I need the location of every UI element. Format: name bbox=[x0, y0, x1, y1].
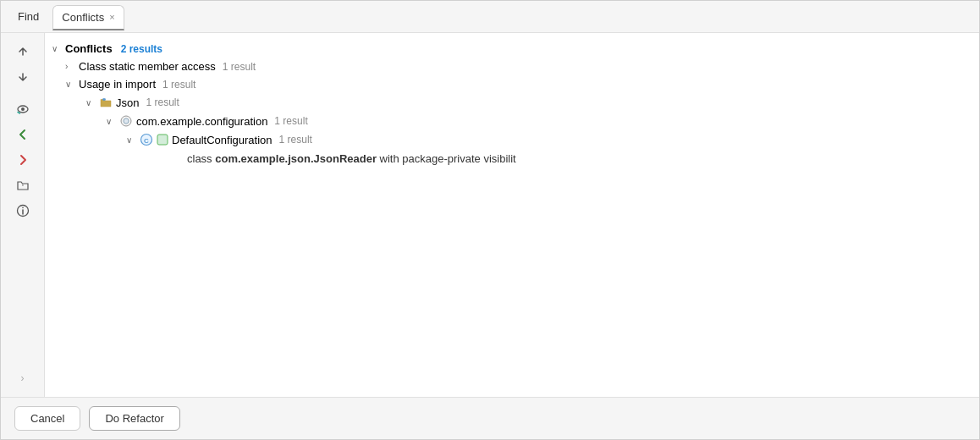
tree-root[interactable]: ∨ Conflicts 2 results bbox=[45, 40, 979, 58]
class-static-chevron: › bbox=[65, 62, 75, 71]
package-count: 1 result bbox=[274, 115, 307, 127]
json-folder-icon bbox=[99, 96, 113, 109]
svg-point-5 bbox=[22, 207, 24, 209]
package-chevron: ∨ bbox=[106, 117, 116, 126]
package-label: com.example.configuration bbox=[136, 115, 267, 128]
code-prefix: class bbox=[187, 152, 215, 165]
code-suffix: with package-private visibilit bbox=[377, 152, 516, 165]
navigate-up-button[interactable] bbox=[9, 40, 36, 63]
tree-panel: ∨ Conflicts 2 results › Class static mem… bbox=[45, 33, 979, 397]
root-count: 2 results bbox=[121, 43, 162, 55]
info-button[interactable] bbox=[9, 199, 36, 223]
json-label: Json bbox=[116, 96, 139, 109]
file-badge-icon bbox=[157, 134, 168, 146]
class-chevron: ∨ bbox=[126, 135, 136, 145]
forward-arrow-button[interactable] bbox=[9, 148, 36, 172]
svg-text:*: * bbox=[21, 184, 24, 189]
class-count: 1 result bbox=[279, 134, 312, 146]
tree-item-json[interactable]: ∨ Json 1 result bbox=[45, 93, 979, 112]
usage-import-chevron: ∨ bbox=[65, 80, 75, 89]
root-chevron: ∨ bbox=[52, 44, 62, 53]
svg-rect-11 bbox=[157, 135, 168, 145]
back-arrow-button[interactable] bbox=[9, 123, 36, 146]
svg-text:C: C bbox=[144, 137, 149, 145]
tab-bar: Find Conflicts × bbox=[1, 1, 979, 33]
tab-conflicts[interactable]: Conflicts × bbox=[52, 5, 124, 30]
usage-import-label: Usage in import bbox=[79, 78, 156, 91]
root-label: Conflicts bbox=[65, 42, 113, 55]
tab-close-icon[interactable]: × bbox=[109, 13, 114, 22]
class-label: DefaultConfiguration bbox=[172, 134, 273, 146]
json-chevron: ∨ bbox=[85, 98, 96, 107]
expand-chevron[interactable]: › bbox=[9, 366, 36, 390]
json-count: 1 result bbox=[146, 96, 179, 108]
tree-item-class-static[interactable]: › Class static member access 1 result bbox=[45, 58, 979, 75]
cancel-button[interactable]: Cancel bbox=[14, 406, 80, 431]
tree-item-package[interactable]: ∨ com.example.configuration 1 result bbox=[45, 112, 979, 130]
svg-rect-6 bbox=[103, 99, 106, 101]
class-static-label: Class static member access bbox=[79, 60, 216, 73]
svg-point-8 bbox=[124, 118, 129, 124]
preview-button[interactable] bbox=[9, 97, 36, 121]
tree-item-class[interactable]: ∨ C DefaultConfiguration 1 result bbox=[45, 130, 979, 149]
content-area: * › ∨ Conflicts 2 results bbox=[1, 33, 979, 397]
tree-item-usage-import[interactable]: ∨ Usage in import 1 result bbox=[45, 75, 979, 93]
navigate-down-button[interactable] bbox=[9, 65, 36, 89]
main-window: Find Conflicts × bbox=[0, 0, 980, 440]
package-icon bbox=[119, 114, 133, 128]
left-toolbar: * › bbox=[1, 33, 45, 397]
class-static-count: 1 result bbox=[223, 61, 256, 73]
bottom-bar: Cancel Do Refactor bbox=[1, 397, 979, 439]
usage-import-count: 1 result bbox=[162, 79, 195, 91]
code-bold: com.example.json.JsonReader bbox=[215, 152, 377, 165]
tab-conflicts-label: Conflicts bbox=[62, 11, 104, 24]
do-refactor-button[interactable]: Do Refactor bbox=[89, 406, 179, 431]
svg-point-1 bbox=[21, 107, 25, 111]
tab-find[interactable]: Find bbox=[8, 3, 49, 30]
folder-button[interactable]: * bbox=[9, 173, 36, 197]
code-line: class com.example.json.JsonReader with p… bbox=[45, 149, 979, 168]
class-icon: C bbox=[140, 133, 153, 146]
